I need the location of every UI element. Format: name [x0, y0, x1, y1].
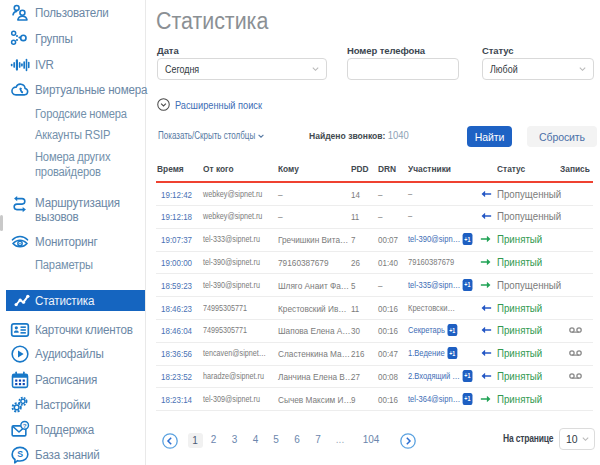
svg-text:S: S	[17, 449, 23, 459]
svg-text:?: ?	[23, 422, 27, 429]
